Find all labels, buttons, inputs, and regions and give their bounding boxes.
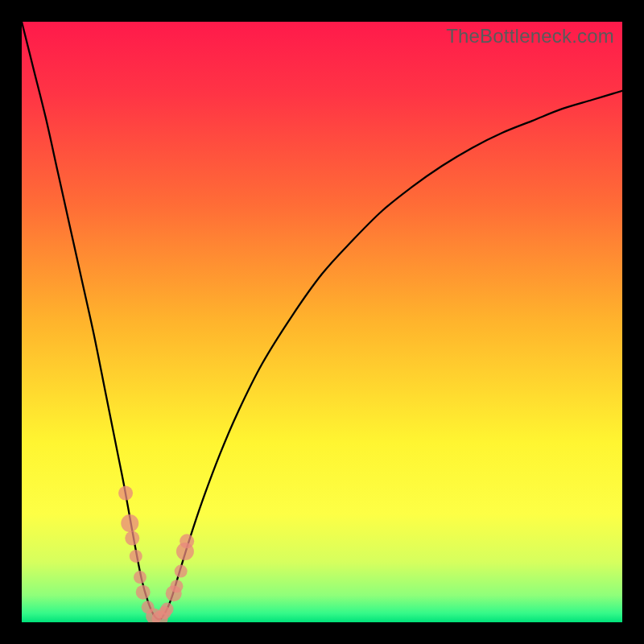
chart-svg xyxy=(22,22,622,622)
data-marker xyxy=(170,580,183,592)
data-marker xyxy=(130,550,142,563)
data-markers xyxy=(118,486,194,622)
data-marker xyxy=(134,571,147,584)
data-marker xyxy=(175,565,188,578)
bottleneck-curve xyxy=(22,22,622,619)
data-marker xyxy=(180,534,194,548)
data-marker xyxy=(159,606,171,619)
data-marker xyxy=(118,486,133,501)
watermark-text: TheBottleneck.com xyxy=(446,25,614,47)
data-marker xyxy=(121,514,138,532)
data-marker xyxy=(125,531,139,546)
data-marker xyxy=(136,585,151,600)
plot-area: TheBottleneck.com xyxy=(22,22,622,622)
chart-frame: TheBottleneck.com xyxy=(0,0,644,644)
